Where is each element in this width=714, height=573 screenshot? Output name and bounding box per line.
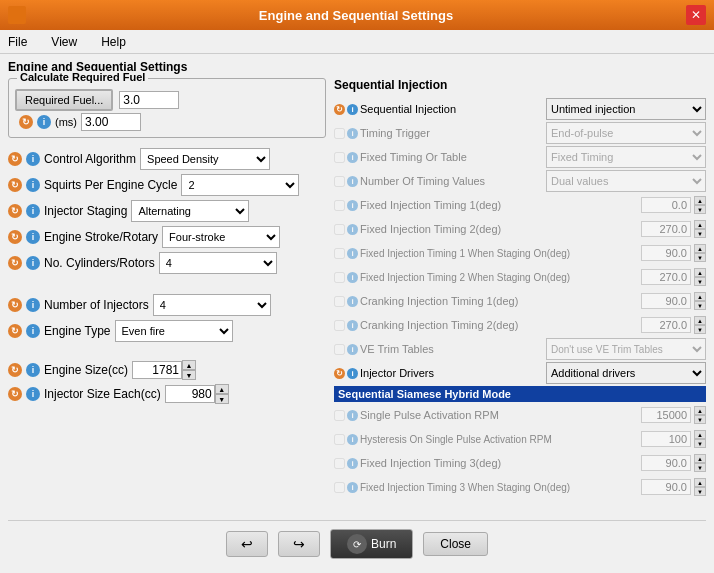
icon-blue-8: i (26, 387, 40, 401)
icon-orange-5: ↻ (8, 298, 22, 312)
menu-help[interactable]: Help (97, 34, 130, 50)
siamese-hybrid-mode-row[interactable]: Sequential Siamese Hybrid Mode (334, 386, 706, 402)
fit2s-up: ▲ (694, 268, 706, 277)
spr-input (641, 407, 691, 423)
calc-fuel-title: Calculate Required Fuel (17, 71, 148, 83)
injector-size-spinner: ▲ ▼ (165, 384, 229, 404)
redo-button[interactable]: ↪ (278, 531, 320, 557)
engine-size-down[interactable]: ▼ (182, 370, 196, 380)
required-fuel-button[interactable]: Required Fuel... (15, 89, 113, 111)
left-field-row-4: ↻ i No. Cylinders/Rotors 4 (8, 250, 326, 276)
ve-trim-row: i VE Trim Tables Don't use VE Trim Table… (334, 338, 706, 360)
fuel-value-input[interactable] (119, 91, 179, 109)
fit3-down: ▼ (694, 463, 706, 472)
icon-fixed-timing: i (347, 152, 358, 163)
icon-fit3: i (347, 458, 358, 469)
timing-trigger-select[interactable]: End-of-pulse (546, 122, 706, 144)
engine-size-spin-buttons: ▲ ▼ (182, 360, 196, 380)
spr-up: ▲ (694, 406, 706, 415)
fit1-check (334, 200, 345, 211)
injector-staging-select[interactable]: Alternating (131, 200, 249, 222)
num-timing-select[interactable]: Dual values (546, 170, 706, 192)
burn-button[interactable]: ⟳ Burn (330, 529, 413, 559)
close-window-button[interactable]: ✕ (686, 5, 706, 25)
icon-num-timing: i (347, 176, 358, 187)
crank2-spin: ▲ ▼ (694, 316, 706, 334)
left-field-row-5: ↻ i Number of Injectors 4 (8, 292, 326, 318)
left-fields-list-2: ↻ i Number of Injectors 4 ↻ i Engine Typ… (8, 292, 326, 344)
menu-view[interactable]: View (47, 34, 81, 50)
close-dialog-button[interactable]: Close (423, 532, 488, 556)
main-content: Engine and Sequential Settings Calculate… (0, 54, 714, 573)
icon-blue-4: i (26, 256, 40, 270)
fit1-up: ▲ (694, 196, 706, 205)
icon-blue-3: i (26, 230, 40, 244)
ve-trim-check (334, 344, 345, 355)
crank1-input (641, 293, 691, 309)
cylinders-select[interactable]: 4 (159, 252, 277, 274)
engine-type-select[interactable]: Even fire (115, 320, 233, 342)
crank1-up: ▲ (694, 292, 706, 301)
hyst-up: ▲ (694, 430, 706, 439)
undo-button[interactable]: ↩ (226, 531, 268, 557)
right-column: Sequential Injection ↻ i Sequential Inje… (334, 78, 706, 516)
fixed-inj-timing1-row: i Fixed Injection Timing 1(deg) ▲ ▼ (334, 194, 706, 216)
burn-label: Burn (371, 537, 396, 551)
icon-blue-inj-drv: i (347, 368, 358, 379)
injector-size-down[interactable]: ▼ (215, 394, 229, 404)
hysteresis-rpm-row: i Hysteresis On Single Pulse Activation … (334, 428, 706, 450)
fit1s-spin: ▲ ▼ (694, 244, 706, 262)
single-pulse-rpm-row: i Single Pulse Activation RPM ▲ ▼ (334, 404, 706, 426)
injector-size-input[interactable] (165, 385, 215, 403)
hyst-input (641, 431, 691, 447)
crank2-check (334, 320, 345, 331)
crank2-up: ▲ (694, 316, 706, 325)
burn-icon: ⟳ (347, 534, 367, 554)
app-icon (8, 6, 26, 24)
fixed-timing-check (334, 152, 345, 163)
engine-size-spinner: ▲ ▼ (132, 360, 196, 380)
icon-timing-trigger: i (347, 128, 358, 139)
timing-trigger-check (334, 128, 345, 139)
fit3-staging-row: i Fixed Injection Timing 3 When Staging … (334, 476, 706, 498)
num-injectors-select[interactable]: 4 (153, 294, 271, 316)
fit2-input (641, 221, 691, 237)
ve-trim-select: Don't use VE Trim Tables (546, 338, 706, 360)
fit1s-check (334, 248, 345, 259)
engine-size-up[interactable]: ▲ (182, 360, 196, 370)
timing-trigger-row: i Timing Trigger End-of-pulse (334, 122, 706, 144)
icon-fit2: i (347, 224, 358, 235)
sequential-injection-select[interactable]: Untimed injection (546, 98, 706, 120)
fit1s-down: ▼ (694, 253, 706, 262)
fit3-spin: ▲ ▼ (694, 454, 706, 472)
num-timing-values-row: i Number Of Timing Values Dual values (334, 170, 706, 192)
menu-file[interactable]: File (4, 34, 31, 50)
icon-crank1: i (347, 296, 358, 307)
fixed-inj-timing2-row: i Fixed Injection Timing 2(deg) ▲ ▼ (334, 218, 706, 240)
crank2-input (641, 317, 691, 333)
icon-blue-6: i (26, 324, 40, 338)
crank1-check (334, 296, 345, 307)
fit3s-check (334, 482, 345, 493)
injector-size-up[interactable]: ▲ (215, 384, 229, 394)
engine-stroke-select[interactable]: Four-stroke (162, 226, 280, 248)
engine-size-input[interactable] (132, 361, 182, 379)
fixed-timing-select[interactable]: Fixed Timing (546, 146, 706, 168)
left-field-row-2: ↻ i Injector Staging Alternating (8, 198, 326, 224)
fixed-timing-table-row: i Fixed Timing Or Table Fixed Timing (334, 146, 706, 168)
icon-blue-1: i (26, 178, 40, 192)
injector-size-row: ↻ i Injector Size Each(cc) ▲ ▼ (8, 382, 326, 406)
menu-bar: File View Help (0, 30, 714, 54)
crank1-spin: ▲ ▼ (694, 292, 706, 310)
hyst-down: ▼ (694, 439, 706, 448)
injector-drivers-select[interactable]: Additional drivers (546, 362, 706, 384)
icon-orange-8: ↻ (8, 387, 22, 401)
ms-value-input[interactable] (81, 113, 141, 131)
engine-size-row: ↻ i Engine Size(cc) ▲ ▼ (8, 358, 326, 382)
control-algorithm-select[interactable]: Speed Density (140, 148, 270, 170)
num-timing-check (334, 176, 345, 187)
fit2-staging-row: i Fixed Injection Timing 2 When Staging … (334, 266, 706, 288)
icon-fit3s: i (347, 482, 358, 493)
squirts-select[interactable]: 2 (181, 174, 299, 196)
icon-blue-seq: i (347, 104, 358, 115)
